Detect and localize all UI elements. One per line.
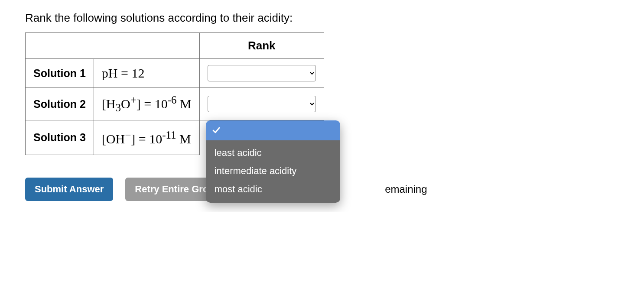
solution-label: Solution 3	[26, 120, 94, 155]
header-rank: Rank	[199, 33, 324, 59]
table-row: Solution 3 [OH−] = 10-11 M least acidic …	[26, 120, 324, 155]
solution-label: Solution 1	[26, 59, 94, 88]
question-prompt: Rank the following solutions according t…	[25, 11, 619, 25]
dropdown-selected-bar[interactable]	[206, 120, 340, 140]
rank-select-1[interactable]	[208, 65, 316, 81]
ranking-table: Rank Solution 1 pH = 12 Solution 2 [H3O+…	[25, 32, 324, 155]
solution-formula: pH = 12	[94, 59, 199, 88]
submit-answer-button[interactable]: Submit Answer	[25, 178, 113, 201]
rank-select-2[interactable]	[208, 96, 316, 112]
rank-select-3-open[interactable]: least acidic intermediate acidity most a…	[206, 120, 340, 203]
dropdown-option[interactable]: least acidic	[206, 144, 340, 162]
check-icon	[212, 126, 221, 135]
solution-formula: [H3O+] = 10-6 M	[94, 88, 199, 120]
table-row: Solution 1 pH = 12	[26, 59, 324, 88]
solution-formula: [OH−] = 10-11 M	[94, 120, 199, 155]
solution-label: Solution 2	[26, 88, 94, 120]
header-empty	[26, 33, 200, 59]
dropdown-options: least acidic intermediate acidity most a…	[206, 140, 340, 203]
dropdown-option[interactable]: intermediate acidity	[206, 162, 340, 180]
table-row: Solution 2 [H3O+] = 10-6 M	[26, 88, 324, 120]
dropdown-option[interactable]: most acidic	[206, 180, 340, 198]
attempts-remaining-fragment: emaining	[385, 183, 427, 195]
